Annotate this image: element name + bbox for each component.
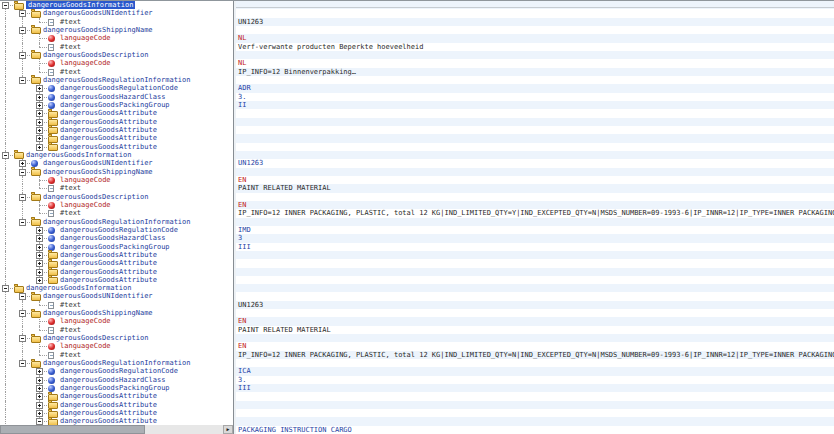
node-value[interactable]: PACKAGING INSTRUCTION CARGO — [236, 426, 352, 434]
expand-icon[interactable] — [36, 235, 43, 242]
tree-node-label[interactable]: dangerousGoodsHazardClass — [60, 93, 165, 101]
tree-node-label[interactable]: dangerousGoodsInformation — [26, 1, 135, 9]
expand-icon[interactable] — [36, 119, 43, 126]
collapse-icon[interactable] — [19, 360, 26, 367]
node-value[interactable]: EN — [236, 176, 246, 184]
tree-node-row[interactable]: #text — [0, 184, 233, 192]
node-value[interactable]: UN1263 — [236, 18, 263, 26]
tree-node-label[interactable]: dangerousGoodsAttribute — [60, 392, 157, 400]
node-value[interactable]: III — [236, 243, 251, 251]
node-value[interactable]: ICA — [236, 367, 251, 375]
scroll-right-button[interactable]: ▶ — [223, 425, 233, 434]
tree-node-label[interactable]: dangerousGoodsAttribute — [60, 409, 157, 417]
tree-node-row[interactable]: dangerousGoodsAttribute — [0, 276, 233, 284]
tree-node-label[interactable]: dangerousGoodsDescription — [43, 193, 148, 201]
expand-icon[interactable] — [36, 260, 43, 267]
tree-node-label[interactable]: dangerousGoodsUNIdentifier — [43, 292, 153, 300]
collapse-icon[interactable] — [19, 310, 26, 317]
tree-node-row[interactable]: languageCode — [0, 176, 233, 184]
expand-icon[interactable] — [36, 244, 43, 251]
collapse-icon[interactable] — [19, 52, 26, 59]
tree-node-label[interactable]: dangerousGoodsUNIdentifier — [43, 9, 153, 17]
tree-node-row[interactable]: #text — [0, 301, 233, 309]
collapse-icon[interactable] — [2, 285, 9, 292]
expand-icon[interactable] — [36, 135, 43, 142]
tree-node-row[interactable]: dangerousGoodsAttribute — [0, 134, 233, 142]
collapse-icon[interactable] — [19, 335, 26, 342]
collapse-icon[interactable] — [19, 169, 26, 176]
tree-node-label[interactable]: #text — [60, 209, 81, 217]
tree-node-label[interactable]: dangerousGoodsRegulationCode — [60, 367, 178, 375]
tree-node-row[interactable]: dangerousGoodsInformation — [0, 1, 233, 9]
tree-node-label[interactable]: dangerousGoodsDescription — [43, 334, 148, 342]
expand-icon[interactable] — [36, 402, 43, 409]
tree-node-label[interactable]: dangerousGoodsAttribute — [60, 401, 157, 409]
expand-icon[interactable] — [36, 368, 43, 375]
node-value[interactable]: EN — [236, 317, 246, 325]
tree-node-row[interactable]: dangerousGoodsRegulationInformation — [0, 359, 233, 367]
tree-node-label[interactable]: languageCode — [60, 59, 111, 67]
node-value[interactable]: EN — [236, 342, 246, 350]
tree-node-label[interactable]: dangerousGoodsShippingName — [43, 26, 153, 34]
tree-node-label[interactable]: #text — [60, 301, 81, 309]
tree-node-label[interactable]: languageCode — [60, 34, 111, 42]
tree-node-label[interactable]: dangerousGoodsAttribute — [60, 109, 157, 117]
tree-node-label[interactable]: dangerousGoodsAttribute — [60, 126, 157, 134]
tree-node-label[interactable]: dangerousGoodsRegulationCode — [60, 226, 178, 234]
tree-node-label[interactable]: dangerousGoodsPackingGroup — [60, 384, 170, 392]
tree-node-row[interactable]: dangerousGoodsAttribute — [0, 251, 233, 259]
tree-node-label[interactable]: dangerousGoodsPackingGroup — [60, 101, 170, 109]
tree-node-label[interactable]: dangerousGoodsAttribute — [60, 259, 157, 267]
tree-node-row[interactable]: dangerousGoodsAttribute — [0, 109, 233, 117]
tree-node-row[interactable]: dangerousGoodsShippingName — [0, 309, 233, 317]
tree-node-label[interactable]: #text — [60, 18, 81, 26]
tree-node-row[interactable]: #text — [0, 351, 233, 359]
expand-icon[interactable] — [36, 102, 43, 109]
tree-node-label[interactable]: dangerousGoodsAttribute — [60, 134, 157, 142]
tree-node-label[interactable]: dangerousGoodsShippingName — [43, 168, 153, 176]
node-value[interactable]: IP_INFO=12 Binnenverpakking… — [236, 68, 356, 76]
pane-divider[interactable] — [233, 0, 234, 434]
tree-node-row[interactable]: dangerousGoodsDescription — [0, 193, 233, 201]
tree-node-label[interactable]: languageCode — [60, 176, 111, 184]
expand-icon[interactable] — [36, 393, 43, 400]
tree-node-label[interactable]: dangerousGoodsPackingGroup — [60, 243, 170, 251]
tree-node-row[interactable]: dangerousGoodsDescription — [0, 51, 233, 59]
tree-node-row[interactable]: dangerousGoodsPackingGroup — [0, 384, 233, 392]
tree-node-label[interactable]: dangerousGoodsRegulationInformation — [43, 359, 191, 367]
node-value[interactable]: 3 — [236, 234, 242, 242]
node-value[interactable]: 3. — [236, 93, 246, 101]
tree-node-row[interactable]: dangerousGoodsRegulationCode — [0, 226, 233, 234]
expand-icon[interactable] — [36, 377, 43, 384]
scrollbar-thumb[interactable] — [0, 425, 145, 434]
tree-node-label[interactable]: dangerousGoodsAttribute — [60, 268, 157, 276]
tree-node-label[interactable]: dangerousGoodsRegulationInformation — [43, 218, 191, 226]
tree-node-row[interactable]: languageCode — [0, 59, 233, 67]
node-value[interactable]: IP_INFO=12 INNER PACKAGING, PLASTIC, tot… — [236, 351, 834, 359]
tree-node-row[interactable]: dangerousGoodsRegulationCode — [0, 367, 233, 375]
tree-node-row[interactable]: dangerousGoodsAttribute — [0, 126, 233, 134]
tree-node-label[interactable]: dangerousGoodsHazardClass — [60, 376, 165, 384]
node-value[interactable]: 3. — [236, 376, 246, 384]
expand-icon[interactable] — [36, 410, 43, 417]
tree-node-row[interactable]: dangerousGoodsShippingName — [0, 168, 233, 176]
tree-node-row[interactable]: dangerousGoodsUNIdentifier — [0, 292, 233, 300]
node-value[interactable]: UN1263 — [236, 159, 263, 167]
tree-node-row[interactable]: dangerousGoodsUNIdentifier — [0, 9, 233, 17]
tree-node-row[interactable]: dangerousGoodsInformation — [0, 151, 233, 159]
node-value[interactable]: UN1263 — [236, 301, 263, 309]
tree-node-row[interactable]: languageCode — [0, 201, 233, 209]
collapse-icon[interactable] — [2, 152, 9, 159]
tree-node-row[interactable]: dangerousGoodsAttribute — [0, 409, 233, 417]
tree-node-row[interactable]: #text — [0, 209, 233, 217]
tree-node-row[interactable]: dangerousGoodsHazardClass — [0, 376, 233, 384]
tree-node-label[interactable]: dangerousGoodsDescription — [43, 51, 148, 59]
tree-node-label[interactable]: languageCode — [60, 201, 111, 209]
node-value[interactable]: III — [236, 384, 251, 392]
tree-node-row[interactable]: dangerousGoodsAttribute — [0, 392, 233, 400]
tree-node-label[interactable]: #text — [60, 184, 81, 192]
node-value[interactable]: NL — [236, 59, 246, 67]
tree-node-row[interactable]: dangerousGoodsShippingName — [0, 26, 233, 34]
node-value[interactable]: PAINT RELATED MATERIAL — [236, 184, 331, 192]
tree-node-row[interactable]: languageCode — [0, 342, 233, 350]
